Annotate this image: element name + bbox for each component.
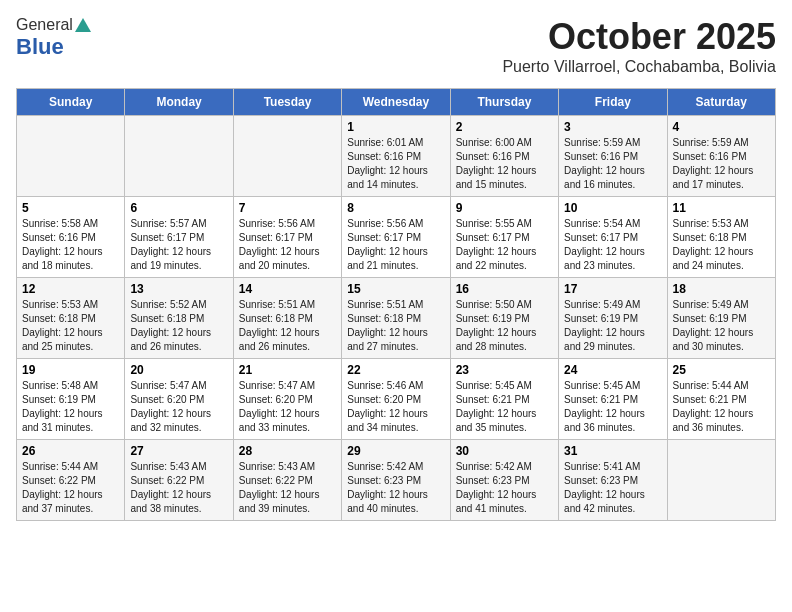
day-info-line: and 31 minutes.	[22, 422, 93, 433]
day-info-line: Sunset: 6:18 PM	[239, 313, 313, 324]
day-info-line: Daylight: 12 hours	[130, 489, 211, 500]
day-of-week-header: Saturday	[667, 89, 775, 116]
day-info-line: Sunrise: 5:50 AM	[456, 299, 532, 310]
day-number: 18	[673, 282, 770, 296]
day-info-line: Sunset: 6:21 PM	[564, 394, 638, 405]
day-info-line: Sunset: 6:17 PM	[239, 232, 313, 243]
day-number: 21	[239, 363, 336, 377]
day-info-line: Sunrise: 5:42 AM	[347, 461, 423, 472]
day-number: 22	[347, 363, 444, 377]
calendar-day-cell: 20Sunrise: 5:47 AMSunset: 6:20 PMDayligh…	[125, 359, 233, 440]
day-info-line: and 34 minutes.	[347, 422, 418, 433]
day-info: Sunrise: 5:43 AMSunset: 6:22 PMDaylight:…	[239, 460, 336, 516]
day-info-line: Sunrise: 5:43 AM	[130, 461, 206, 472]
calendar-day-cell: 26Sunrise: 5:44 AMSunset: 6:22 PMDayligh…	[17, 440, 125, 521]
day-info-line: Sunset: 6:18 PM	[130, 313, 204, 324]
day-info: Sunrise: 5:46 AMSunset: 6:20 PMDaylight:…	[347, 379, 444, 435]
day-info-line: Sunset: 6:23 PM	[564, 475, 638, 486]
day-info: Sunrise: 6:01 AMSunset: 6:16 PMDaylight:…	[347, 136, 444, 192]
calendar-day-cell: 29Sunrise: 5:42 AMSunset: 6:23 PMDayligh…	[342, 440, 450, 521]
day-info-line: Sunset: 6:18 PM	[673, 232, 747, 243]
day-info: Sunrise: 5:44 AMSunset: 6:22 PMDaylight:…	[22, 460, 119, 516]
day-number: 12	[22, 282, 119, 296]
day-info-line: Sunrise: 5:44 AM	[22, 461, 98, 472]
day-info: Sunrise: 6:00 AMSunset: 6:16 PMDaylight:…	[456, 136, 553, 192]
day-info-line: Daylight: 12 hours	[22, 489, 103, 500]
day-info-line: and 29 minutes.	[564, 341, 635, 352]
day-info: Sunrise: 5:57 AMSunset: 6:17 PMDaylight:…	[130, 217, 227, 273]
day-of-week-header: Thursday	[450, 89, 558, 116]
calendar-day-cell: 17Sunrise: 5:49 AMSunset: 6:19 PMDayligh…	[559, 278, 667, 359]
day-info-line: Sunrise: 5:52 AM	[130, 299, 206, 310]
day-info-line: Daylight: 12 hours	[239, 408, 320, 419]
day-info-line: Sunrise: 5:49 AM	[564, 299, 640, 310]
day-info-line: Daylight: 12 hours	[239, 246, 320, 257]
day-of-week-header: Tuesday	[233, 89, 341, 116]
day-info-line: Sunset: 6:16 PM	[564, 151, 638, 162]
day-info: Sunrise: 5:59 AMSunset: 6:16 PMDaylight:…	[564, 136, 661, 192]
day-info: Sunrise: 5:47 AMSunset: 6:20 PMDaylight:…	[130, 379, 227, 435]
calendar-week-row: 5Sunrise: 5:58 AMSunset: 6:16 PMDaylight…	[17, 197, 776, 278]
day-number: 4	[673, 120, 770, 134]
calendar-day-cell: 8Sunrise: 5:56 AMSunset: 6:17 PMDaylight…	[342, 197, 450, 278]
day-info-line: Sunrise: 5:53 AM	[673, 218, 749, 229]
day-info-line: and 16 minutes.	[564, 179, 635, 190]
day-number: 5	[22, 201, 119, 215]
day-info-line: Sunrise: 5:51 AM	[347, 299, 423, 310]
day-info-line: Sunrise: 5:59 AM	[673, 137, 749, 148]
day-info-line: Sunrise: 5:56 AM	[239, 218, 315, 229]
day-info-line: Sunrise: 5:47 AM	[130, 380, 206, 391]
calendar-day-cell: 27Sunrise: 5:43 AMSunset: 6:22 PMDayligh…	[125, 440, 233, 521]
location-title: Puerto Villarroel, Cochabamba, Bolivia	[502, 58, 776, 76]
calendar-day-cell: 4Sunrise: 5:59 AMSunset: 6:16 PMDaylight…	[667, 116, 775, 197]
calendar-day-cell: 28Sunrise: 5:43 AMSunset: 6:22 PMDayligh…	[233, 440, 341, 521]
day-info: Sunrise: 5:45 AMSunset: 6:21 PMDaylight:…	[564, 379, 661, 435]
day-number: 6	[130, 201, 227, 215]
day-info: Sunrise: 5:47 AMSunset: 6:20 PMDaylight:…	[239, 379, 336, 435]
day-info-line: Sunrise: 5:45 AM	[564, 380, 640, 391]
day-info-line: and 32 minutes.	[130, 422, 201, 433]
day-info-line: and 14 minutes.	[347, 179, 418, 190]
day-info-line: and 15 minutes.	[456, 179, 527, 190]
day-number: 11	[673, 201, 770, 215]
day-info-line: and 40 minutes.	[347, 503, 418, 514]
day-of-week-header: Monday	[125, 89, 233, 116]
day-info-line: and 35 minutes.	[456, 422, 527, 433]
day-info-line: and 21 minutes.	[347, 260, 418, 271]
day-info-line: Sunrise: 5:58 AM	[22, 218, 98, 229]
day-info-line: and 28 minutes.	[456, 341, 527, 352]
day-info-line: Sunrise: 5:54 AM	[564, 218, 640, 229]
day-number: 14	[239, 282, 336, 296]
day-info: Sunrise: 5:51 AMSunset: 6:18 PMDaylight:…	[347, 298, 444, 354]
day-of-week-header: Friday	[559, 89, 667, 116]
day-info-line: Sunset: 6:16 PM	[673, 151, 747, 162]
calendar-day-cell: 16Sunrise: 5:50 AMSunset: 6:19 PMDayligh…	[450, 278, 558, 359]
calendar-day-cell: 18Sunrise: 5:49 AMSunset: 6:19 PMDayligh…	[667, 278, 775, 359]
day-info-line: Sunset: 6:17 PM	[130, 232, 204, 243]
day-info-line: Sunrise: 5:41 AM	[564, 461, 640, 472]
calendar-week-row: 12Sunrise: 5:53 AMSunset: 6:18 PMDayligh…	[17, 278, 776, 359]
day-info: Sunrise: 5:50 AMSunset: 6:19 PMDaylight:…	[456, 298, 553, 354]
day-info-line: and 30 minutes.	[673, 341, 744, 352]
day-number: 7	[239, 201, 336, 215]
day-info-line: Sunset: 6:17 PM	[564, 232, 638, 243]
day-info-line: Sunrise: 5:42 AM	[456, 461, 532, 472]
day-info: Sunrise: 5:41 AMSunset: 6:23 PMDaylight:…	[564, 460, 661, 516]
day-number: 10	[564, 201, 661, 215]
day-info-line: Daylight: 12 hours	[239, 489, 320, 500]
day-info: Sunrise: 5:49 AMSunset: 6:19 PMDaylight:…	[564, 298, 661, 354]
day-info: Sunrise: 5:55 AMSunset: 6:17 PMDaylight:…	[456, 217, 553, 273]
day-info-line: Sunset: 6:16 PM	[456, 151, 530, 162]
day-number: 9	[456, 201, 553, 215]
calendar-body: 1Sunrise: 6:01 AMSunset: 6:16 PMDaylight…	[17, 116, 776, 521]
day-info: Sunrise: 5:44 AMSunset: 6:21 PMDaylight:…	[673, 379, 770, 435]
day-info-line: and 19 minutes.	[130, 260, 201, 271]
day-info-line: Sunrise: 5:43 AM	[239, 461, 315, 472]
calendar-day-cell: 15Sunrise: 5:51 AMSunset: 6:18 PMDayligh…	[342, 278, 450, 359]
day-info-line: Daylight: 12 hours	[130, 246, 211, 257]
calendar-day-cell: 1Sunrise: 6:01 AMSunset: 6:16 PMDaylight…	[342, 116, 450, 197]
day-info: Sunrise: 5:58 AMSunset: 6:16 PMDaylight:…	[22, 217, 119, 273]
day-info-line: Sunrise: 5:44 AM	[673, 380, 749, 391]
day-info-line: Sunrise: 5:56 AM	[347, 218, 423, 229]
day-info-line: Daylight: 12 hours	[22, 408, 103, 419]
